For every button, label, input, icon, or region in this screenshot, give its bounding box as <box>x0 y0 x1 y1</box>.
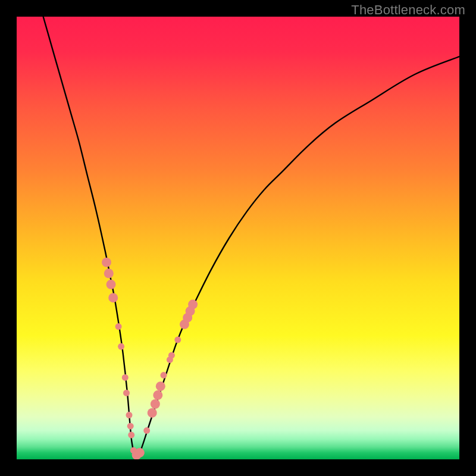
data-point-dot <box>122 374 129 381</box>
data-point-dot <box>108 293 118 302</box>
data-point-dot <box>161 372 167 378</box>
data-point-dot <box>148 408 157 418</box>
data-point-dot <box>153 390 162 400</box>
data-point-dot <box>143 427 150 434</box>
data-point-dot <box>151 399 160 409</box>
data-point-dot <box>126 412 133 418</box>
data-point-dot <box>123 390 130 396</box>
watermark-text: TheBottleneck.com <box>351 2 465 18</box>
data-point-dot <box>188 300 198 309</box>
data-point-dot <box>168 352 175 359</box>
data-point-dot <box>118 343 124 350</box>
bottleneck-curve <box>43 17 459 456</box>
data-point-dot <box>135 448 145 458</box>
data-point-dot <box>174 337 181 343</box>
data-point-dot <box>107 280 116 289</box>
data-point-dot <box>104 269 114 278</box>
bottleneck-chart <box>17 17 459 459</box>
data-point-dot <box>102 258 111 267</box>
data-point-dot <box>127 423 134 430</box>
chart-stage: TheBottleneck.com <box>0 0 476 476</box>
data-point-dot <box>128 432 134 439</box>
data-point-dot <box>115 323 122 330</box>
plot-area <box>17 17 459 459</box>
data-point-dot <box>156 381 165 391</box>
